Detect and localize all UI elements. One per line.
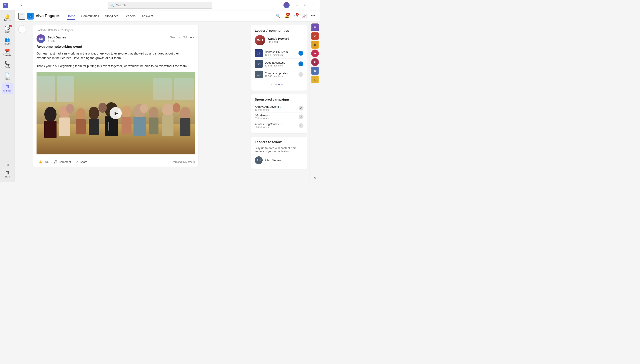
sidebar-item-teams[interactable]: 👥 Teams	[2, 36, 13, 47]
dogs-join-button[interactable]: +	[298, 61, 303, 66]
svg-rect-11	[44, 121, 57, 138]
svg-point-19	[162, 104, 173, 116]
posted-in: Posted in Beth Davies' Storyline	[37, 29, 195, 32]
more-header-button[interactable]: •••	[309, 12, 316, 20]
left-panel: ‹	[15, 22, 30, 182]
like-button[interactable]: 👍 Like	[37, 159, 51, 165]
far-right-item-4[interactable]: ♥	[311, 50, 319, 57]
check-icon: ✓	[298, 72, 303, 77]
community-item-dogs: DC Dogs at contoso 12,548 members +	[255, 58, 303, 69]
sidebar-item-chat[interactable]: 1 💬 Chat	[2, 24, 13, 35]
svg-rect-6	[57, 76, 74, 102]
chat-badge: 1	[9, 25, 12, 27]
post-card: Posted in Beth Davies' Storyline BD Beth…	[33, 25, 198, 166]
carousel-dot-3[interactable]	[281, 84, 283, 85]
plus-icon-2: +	[298, 62, 303, 66]
far-right-item-2[interactable]: C	[311, 32, 319, 40]
comment-button[interactable]: 💬 Comment	[52, 159, 73, 165]
share-button[interactable]: ↗ Share	[74, 159, 90, 165]
back-button[interactable]: ‹	[18, 25, 26, 33]
minimize-button[interactable]: ─	[293, 2, 301, 8]
far-right-item-1[interactable]: U	[311, 24, 319, 31]
nav-leaders[interactable]: Leaders	[122, 12, 138, 20]
campaign-go-green: #GoGreen ✓ 534 followers ✓	[255, 112, 303, 121]
viva-engage-logo: V Viva Engage	[27, 12, 59, 20]
leader-profile: WH Wanda Howard PM Lead	[255, 35, 303, 46]
campaign-1-verified-icon: ✓	[280, 105, 282, 108]
play-button[interactable]	[110, 107, 122, 119]
sidebar-item-calls[interactable]: 📞 Calls	[2, 59, 13, 70]
sidebar-label-activity: Activity	[4, 19, 11, 22]
svg-rect-5	[37, 76, 55, 102]
campaign-3-follow-button[interactable]: ✓	[299, 123, 303, 128]
svg-point-32	[99, 103, 107, 113]
svg-point-25	[122, 106, 132, 118]
carousel-prev-button[interactable]: ‹	[269, 82, 274, 87]
leader-info: Wanda Howard PM Lead	[267, 37, 289, 44]
svg-rect-26	[122, 117, 132, 134]
carousel-dot-1[interactable]	[275, 84, 277, 85]
updates-follow-button[interactable]: ✓	[298, 72, 303, 77]
nav-answers[interactable]: Answers	[139, 12, 156, 20]
search-input[interactable]	[116, 4, 209, 7]
campaign-1-info: #AboveAndBeyond ✓ 534 followers	[255, 105, 297, 111]
campaign-2-name: #GoGreen ✓	[255, 114, 297, 117]
svg-rect-30	[180, 118, 190, 136]
contoso-avatar: CT	[255, 49, 263, 57]
svg-text:R: R	[314, 61, 316, 64]
window-controls: ─ □ ✕	[293, 2, 317, 8]
engage-icon: ⊞	[6, 84, 9, 89]
carousel-next-button[interactable]: ›	[284, 82, 289, 87]
contoso-join-button[interactable]: +	[298, 50, 303, 56]
post-more-button[interactable]: •••	[189, 34, 195, 40]
author-name[interactable]: Beth Davies	[47, 36, 66, 39]
campaign-3-info: #CutestDogContest ✓ 534 followers	[255, 122, 297, 128]
sidebar-more-button[interactable]: •••	[2, 162, 13, 168]
nav-home[interactable]: Home	[64, 12, 78, 20]
sidebar-item-files[interactable]: 📄 Files	[2, 71, 13, 82]
allen-info: Allen Munroe	[265, 159, 303, 162]
leader-role: PM Lead	[267, 40, 289, 44]
svg-text:$: $	[314, 78, 315, 81]
user-avatar[interactable]	[283, 2, 289, 8]
far-right-item-7[interactable]: $	[311, 76, 319, 84]
campaign-1-follow-button[interactable]: ✓	[299, 106, 303, 110]
forward-arrow-button[interactable]: ›	[18, 2, 24, 8]
back-arrow-button[interactable]: ‹	[11, 2, 18, 8]
sidebar-item-engage[interactable]: ⊞ Engage	[2, 82, 13, 94]
campaign-2-follow-button[interactable]: ✓	[299, 114, 303, 119]
sidebar-item-store[interactable]: ⊞ Store	[2, 168, 13, 180]
leaders-communities-title: Leaders' communities	[255, 29, 303, 32]
search-bar[interactable]: 🔍	[108, 2, 212, 9]
nav-storylines[interactable]: Storylines	[102, 12, 121, 20]
svg-text:U: U	[314, 26, 316, 29]
post-header: Posted in Beth Davies' Storyline BD Beth…	[33, 25, 198, 45]
nav-communities[interactable]: Communities	[79, 12, 102, 20]
search-header-button[interactable]: 🔍	[275, 12, 282, 20]
far-right-item-5[interactable]: R	[311, 58, 319, 66]
allen-munroe-item: AM Allen Munroe	[255, 155, 303, 166]
svg-text:C: C	[314, 35, 316, 38]
sidebar-item-activity[interactable]: 🔔 Activity	[2, 12, 13, 24]
allen-avatar: AM	[255, 156, 263, 164]
messages-button[interactable]: 📨 5	[292, 12, 299, 20]
plus-icon: +	[298, 51, 303, 56]
close-button[interactable]: ✕	[309, 2, 317, 8]
analytics-button[interactable]: 📈	[301, 12, 308, 20]
far-right-item-6[interactable]: B	[311, 67, 319, 75]
post-image[interactable]	[37, 72, 195, 154]
sidebar-item-calendar[interactable]: 📅 Calendar	[2, 47, 13, 59]
hamburger-button[interactable]: ☰	[18, 12, 25, 20]
svg-rect-13	[59, 118, 70, 136]
carousel-dot-2[interactable]	[278, 84, 280, 85]
comment-icon: 💬	[54, 160, 57, 164]
far-right-item-3[interactable]: G	[311, 41, 319, 49]
maximize-button[interactable]: □	[301, 2, 309, 8]
more-options-button[interactable]: ...	[276, 2, 282, 8]
calendar-icon: 📅	[5, 49, 10, 54]
right-panel: Leaders' communities WH Wanda Howard PM …	[249, 22, 309, 182]
collapse-panel-button[interactable]: «	[312, 175, 317, 180]
messages-badge: 5	[296, 13, 299, 16]
notifications-button[interactable]: 🔔 12	[283, 12, 290, 20]
sponsored-campaigns-widget: Sponsored campaigns #AboveAndBeyond ✓ 53…	[251, 94, 307, 133]
